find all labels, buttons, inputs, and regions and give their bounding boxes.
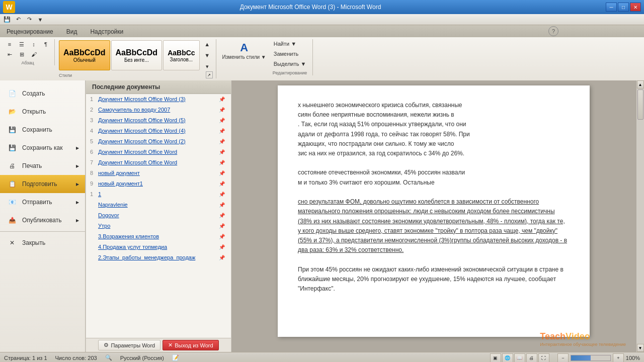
doc-para-8: м и только 3% считают его хорошим. Остал… xyxy=(298,178,570,188)
highlight-icon[interactable]: 🖌 xyxy=(28,49,39,59)
zoom-out-button[interactable]: − xyxy=(557,353,569,363)
view-print-icon[interactable]: 🖨 xyxy=(526,353,537,363)
list-item[interactable]: 5 Документ Microsoft Office Word (2) 📌 xyxy=(86,136,231,147)
ribbon-right-area: ? xyxy=(548,25,558,37)
tab-reviewing[interactable]: Рецензирование xyxy=(0,25,60,37)
track-changes-icon[interactable]: 📝 xyxy=(172,354,179,361)
styles-more-icon[interactable]: ▾ xyxy=(202,61,213,71)
menu-item-open[interactable]: 📂 Открыть xyxy=(0,103,85,121)
menu-item-print[interactable]: 🖨 Печать ▶ xyxy=(0,157,85,175)
send-arrow-icon: ▶ xyxy=(76,200,79,205)
list-item[interactable]: 9 новый документ1 📌 xyxy=(86,178,231,189)
scroll-down-button[interactable]: ▼ xyxy=(637,344,644,352)
list-item[interactable]: 3.Возражения клиентов 📌 xyxy=(86,231,231,242)
redo-icon[interactable]: ↷ xyxy=(24,15,34,24)
change-style-button[interactable]: A Изменить стили ▼ xyxy=(220,39,268,62)
vertical-scrollbar[interactable]: ▲ ▼ xyxy=(636,80,644,352)
doc-para-5: ждающих, что пострадали они сильно. К то… xyxy=(298,139,570,149)
zoom-fill xyxy=(571,355,591,360)
language-status[interactable]: Русский (Россия) xyxy=(120,355,164,361)
publish-arrow-icon: ▶ xyxy=(76,218,79,223)
menu-item-send[interactable]: 📧 Отправить ▶ xyxy=(0,193,85,211)
list-item[interactable]: 6 Документ Microsoft Office Word 📌 xyxy=(86,147,231,157)
zoom-in-button[interactable]: + xyxy=(613,353,624,363)
word-params-button[interactable]: ⚙ Параметры Word xyxy=(98,340,160,350)
recent-num: 1 xyxy=(90,96,98,102)
list-item[interactable]: 2.Этапы_работы_менеджера_продаж 📌 xyxy=(86,252,231,263)
scroll-up-button[interactable]: ▲ xyxy=(637,80,644,88)
styles-up-icon[interactable]: ▲ xyxy=(202,39,213,49)
style-nospace-sample: AaBbCcDd xyxy=(116,48,158,57)
view-full-icon[interactable]: ⛶ xyxy=(538,353,549,363)
view-web-icon[interactable]: 🌐 xyxy=(502,353,513,363)
list-item[interactable]: 4 Документ Microsoft Office Word (4) 📌 xyxy=(86,126,231,136)
save-label: Сохранить xyxy=(22,126,52,133)
list2-icon[interactable]: ☰ xyxy=(16,39,27,49)
doc-para-6: зис на них не отразился, за год сократил… xyxy=(298,149,570,158)
list-item[interactable]: Napravlenie 📌 xyxy=(86,200,231,210)
recent-name: Документ Microsoft Office Word (3) xyxy=(98,96,219,102)
document-page: х нынешнего экономического кризиса событ… xyxy=(278,85,590,337)
list-item[interactable]: 1 Документ Microsoft Office Word (3) 📌 xyxy=(86,94,231,105)
word-params-icon: ⚙ xyxy=(104,342,109,348)
list-item[interactable]: 1 1 📌 xyxy=(86,189,231,200)
title-bar: W Документ Microsoft Office Word (3) - M… xyxy=(0,0,644,14)
scroll-thumb[interactable] xyxy=(637,89,643,120)
style-no-spacing[interactable]: AaBbCcDd Без инте... xyxy=(111,40,163,70)
menu-item-saveas[interactable]: 💾 Сохранить как ▶ xyxy=(0,139,85,157)
save-icon[interactable]: 💾 xyxy=(2,15,12,24)
list-icon[interactable]: ≡ xyxy=(4,39,15,49)
style-normal[interactable]: AaBbCcDd Обычный xyxy=(59,40,110,70)
list-item[interactable]: 7 Документ Microsoft Office Word 📌 xyxy=(86,157,231,168)
tab-addins[interactable]: Надстройки xyxy=(84,25,130,37)
doc-area: х нынешнего экономического кризиса событ… xyxy=(231,80,644,352)
title-bar-title: Документ Microsoft Office Word (3) - Mic… xyxy=(15,4,606,11)
list-item[interactable]: 8 новый документ 📌 xyxy=(86,168,231,178)
select-button[interactable]: Выделить ▼ xyxy=(270,59,310,68)
pin-icon: 📌 xyxy=(219,234,227,239)
border-icon[interactable]: ⊞ xyxy=(16,49,27,59)
view-normal-icon[interactable]: ▣ xyxy=(490,353,501,363)
tab-view[interactable]: Вид xyxy=(60,25,84,37)
list-item[interactable]: Dogovor 📌 xyxy=(86,210,231,221)
maximize-button[interactable]: □ xyxy=(618,3,629,12)
find-button[interactable]: Найти ▼ xyxy=(270,39,310,48)
menu-item-publish[interactable]: 📤 Опубликовать ▶ xyxy=(0,211,85,229)
pilcrow-icon[interactable]: ¶ xyxy=(40,39,51,49)
sort-icon[interactable]: ↕ xyxy=(28,39,39,49)
undo-icon[interactable]: ↶ xyxy=(13,15,23,24)
list-item[interactable]: 2 Самоучитель по ворду 2007 📌 xyxy=(86,105,231,115)
paragraph-group: ≡ ☰ ↕ ¶ ⇤ ⊞ 🖌 Абзац xyxy=(4,39,55,65)
recent-name: Документ Microsoft Office Word xyxy=(98,159,219,165)
exit-word-button[interactable]: ✕ Выход из Word xyxy=(163,340,218,350)
list-item[interactable]: 4.Продажа услуг топмедиа 📌 xyxy=(86,242,231,252)
styles-down-icon[interactable]: ▼ xyxy=(202,50,213,60)
close-button[interactable]: ✕ xyxy=(630,3,641,12)
style-heading[interactable]: AaBbCc Заголов... xyxy=(163,40,199,70)
menu-item-create[interactable]: 📄 Создать xyxy=(0,84,85,103)
menu-item-save[interactable]: 💾 Сохранить xyxy=(0,121,85,139)
menu-item-close[interactable]: ✕ Закрыть xyxy=(0,234,85,252)
zoom-slider[interactable] xyxy=(571,355,611,361)
indent-icon[interactable]: ⇤ xyxy=(4,49,15,59)
replace-button[interactable]: Заменить xyxy=(270,49,310,58)
styles-scroll: ▲ ▼ ▾ xyxy=(202,39,213,71)
view-buttons: ▣ 🌐 📖 🖨 ⛶ xyxy=(490,353,549,363)
minimize-button[interactable]: ─ xyxy=(606,3,617,12)
exit-icon: ✕ xyxy=(168,342,173,348)
toolbar-dropdown-icon[interactable]: ▼ xyxy=(35,15,45,24)
word-count-text: Число слов: 203 xyxy=(55,355,97,361)
list-item[interactable]: 3 Документ Microsoft Office Word (5) 📌 xyxy=(86,115,231,126)
list-item[interactable]: Утро 📌 xyxy=(86,221,231,231)
styles-dialog-icon[interactable]: ↗ xyxy=(206,71,213,78)
zoom-area: − + 100% xyxy=(557,353,640,363)
quick-access-toolbar: 💾 ↶ ↷ ▼ xyxy=(0,14,644,25)
prepare-arrow-icon: ▶ xyxy=(76,182,79,187)
watermark-video: Video xyxy=(566,331,590,341)
help-button[interactable]: ? xyxy=(548,26,558,36)
title-bar-left: W xyxy=(3,1,15,13)
view-read-icon[interactable]: 📖 xyxy=(514,353,525,363)
spell-check-icon[interactable]: 🔍 xyxy=(105,354,112,361)
open-icon: 📂 xyxy=(6,106,18,118)
menu-item-prepare[interactable]: 📋 Подготовить ▶ xyxy=(0,175,85,193)
